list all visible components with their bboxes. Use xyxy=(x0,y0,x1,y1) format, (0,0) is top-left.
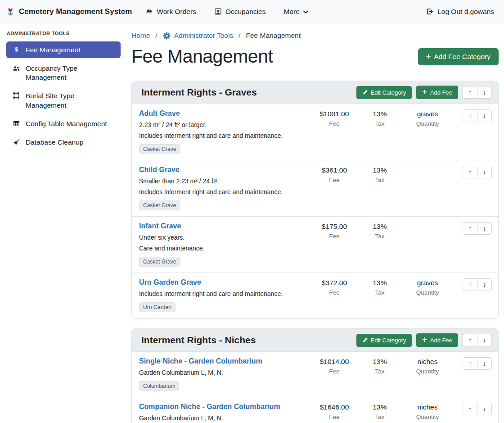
add-fee-button[interactable]: +Add Fee xyxy=(416,333,458,347)
fee-row-adult-grave: Adult Grave2.23 m² / 24 ft² or larger.In… xyxy=(132,104,498,160)
navbar: Cemetery Management System Work OrdersOc… xyxy=(0,0,504,23)
hard-hat-icon xyxy=(145,8,153,15)
sidebar-item-burial-site-type-management[interactable]: Burial Site Type Management xyxy=(6,87,121,113)
move-fee-up-button[interactable]: ↑ xyxy=(463,403,477,415)
move-fee-down-button[interactable]: ↓ xyxy=(477,278,492,291)
move-category-up-button[interactable]: ↑ xyxy=(463,86,477,99)
page-title: Fee Management xyxy=(131,46,273,67)
nav-item-label: Work Orders xyxy=(157,8,196,16)
fee-description: Garden Columbarium L, M, N. xyxy=(139,414,308,423)
brand[interactable]: Cemetery Management System xyxy=(5,7,132,17)
nav-item-work-orders[interactable]: Work Orders xyxy=(145,8,196,16)
move-fee-down-button[interactable]: ↓ xyxy=(477,357,492,370)
arrow-down-icon: ↓ xyxy=(483,88,486,96)
breadcrumb-administrator-tools[interactable]: Administrator Tools xyxy=(163,32,234,40)
category-card-interment-rights-graves: Interment Rights - Graves Edit Category … xyxy=(131,81,499,318)
fee-rows: Adult Grave2.23 m² / 24 ft² or larger.In… xyxy=(132,104,498,318)
quantity-value: graves xyxy=(403,110,452,118)
fee-description: Care and maintenance. xyxy=(139,244,308,253)
move-fee-up-button[interactable]: ↑ xyxy=(463,278,477,291)
quantity-label: Quantity xyxy=(403,368,452,375)
fee-name-link[interactable]: Single Niche - Garden Columbarium xyxy=(139,357,262,365)
tax-column: 13% Tax xyxy=(357,357,403,375)
category-card-interment-rights-niches: Interment Rights - Niches Edit Category … xyxy=(131,328,499,423)
fee-value: $1001.00 xyxy=(312,110,357,118)
add-fee-category-button[interactable]: + Add Fee Category xyxy=(418,48,499,65)
move-fee-up-button[interactable]: ↑ xyxy=(463,109,477,122)
sidebar-item-fee-management[interactable]: $Fee Management xyxy=(6,41,121,58)
sidebar-item-config-table-management[interactable]: Config Table Management xyxy=(6,115,121,132)
arrow-down-icon: ↓ xyxy=(483,359,486,368)
fee-name-link[interactable]: Child Grave xyxy=(139,166,180,174)
fee-row-urn-garden-grave: Urn Garden GraveIncludes interment right… xyxy=(132,273,498,318)
arrow-up-icon: ↑ xyxy=(468,88,472,96)
sidebar-item-label: Occupancy Type Management xyxy=(26,64,115,82)
move-fee-up-button[interactable]: ↑ xyxy=(463,222,477,235)
breadcrumb-fee-management: Fee Management xyxy=(246,32,301,40)
move-fee-down-button[interactable]: ↓ xyxy=(477,166,492,178)
move-category-down-button[interactable]: ↓ xyxy=(477,334,492,346)
arrow-up-icon: ↑ xyxy=(468,336,472,344)
fee-label: Fee xyxy=(312,120,357,127)
logout-label: Log Out d.gowans xyxy=(437,8,494,16)
fee-name-link[interactable]: Infant Grave xyxy=(139,222,181,230)
nav-item-more[interactable]: More xyxy=(284,8,309,16)
tax-value: 13% xyxy=(357,166,403,174)
fee-column: $1646.00 Fee xyxy=(312,403,357,420)
fee-type-tag: Urn Garden xyxy=(139,302,176,312)
tax-label: Tax xyxy=(357,233,403,240)
add-fee-button[interactable]: +Add Fee xyxy=(416,86,458,99)
arrow-up-icon: ↑ xyxy=(468,224,472,232)
svg-text:$: $ xyxy=(14,46,18,53)
fee-reorder: ↑ ↓ xyxy=(452,403,492,415)
move-category-up-button[interactable]: ↑ xyxy=(463,334,477,346)
plus-icon: + xyxy=(426,52,431,60)
fee-column: $175.00 Fee xyxy=(312,222,357,240)
category-actions: Edit Category +Add Fee ↑ ↓ xyxy=(356,86,492,99)
plus-icon: + xyxy=(422,336,427,344)
breadcrumb-home[interactable]: Home xyxy=(131,32,150,40)
tax-column: 13% Tax xyxy=(357,109,403,127)
tax-column: 13% Tax xyxy=(357,222,403,240)
fee-type-tag: Casket Grave xyxy=(139,144,180,154)
person-box-icon xyxy=(214,8,222,15)
fee-name-link[interactable]: Companion Niche - Garden Columbarium xyxy=(139,403,280,411)
move-category-down-button[interactable]: ↓ xyxy=(477,86,492,99)
fee-type-tag: Casket Grave xyxy=(139,257,180,267)
fee-description: Includes interment right and care and ma… xyxy=(139,187,308,197)
breadcrumb-separator: / xyxy=(238,32,240,40)
move-fee-down-button[interactable]: ↓ xyxy=(477,222,492,235)
fee-reorder: ↑ ↓ xyxy=(452,109,492,122)
fee-value: $1014.00 xyxy=(312,358,357,366)
quantity-label: Quantity xyxy=(403,414,452,420)
category-actions: Edit Category +Add Fee ↑ ↓ xyxy=(356,333,492,347)
fee-description: Includes interment right and care and ma… xyxy=(139,289,308,299)
sidebar-item-occupancy-type-management[interactable]: Occupancy Type Management xyxy=(6,60,121,86)
tax-value: 13% xyxy=(357,279,403,287)
fee-label: Fee xyxy=(312,177,357,183)
category-title: Interment Rights - Graves xyxy=(141,87,257,98)
fee-label: Fee xyxy=(312,233,357,240)
edit-category-button[interactable]: Edit Category xyxy=(356,334,412,347)
edit-category-button[interactable]: Edit Category xyxy=(356,86,412,99)
main-content: Home/Administrator Tools/Fee Management … xyxy=(126,23,504,423)
nav-item-occupancies[interactable]: Occupancies xyxy=(214,8,266,16)
logout-link[interactable]: Log Out d.gowans xyxy=(426,8,494,16)
move-fee-up-button[interactable]: ↑ xyxy=(463,166,477,178)
move-fee-down-button[interactable]: ↓ xyxy=(477,403,492,415)
category-header: Interment Rights - Niches Edit Category … xyxy=(132,329,498,352)
categories: Interment Rights - Graves Edit Category … xyxy=(131,81,499,423)
fee-name-link[interactable]: Adult Grave xyxy=(139,109,180,118)
people-icon xyxy=(12,64,21,73)
sidebar-item-database-cleanup[interactable]: Database Cleanup xyxy=(6,134,121,150)
arrow-down-icon: ↓ xyxy=(483,405,486,413)
sidebar-item-label: Burial Site Type Management xyxy=(26,91,115,109)
move-fee-up-button[interactable]: ↑ xyxy=(463,357,477,370)
tax-label: Tax xyxy=(357,120,403,127)
fee-label: Fee xyxy=(312,414,357,420)
quantity-column: niches Quantity xyxy=(403,357,452,375)
fee-name-link[interactable]: Urn Garden Grave xyxy=(139,278,201,287)
fee-column: $361.00 Fee xyxy=(312,166,357,183)
move-fee-down-button[interactable]: ↓ xyxy=(477,109,492,122)
category-reorder: ↑ ↓ xyxy=(463,334,492,346)
